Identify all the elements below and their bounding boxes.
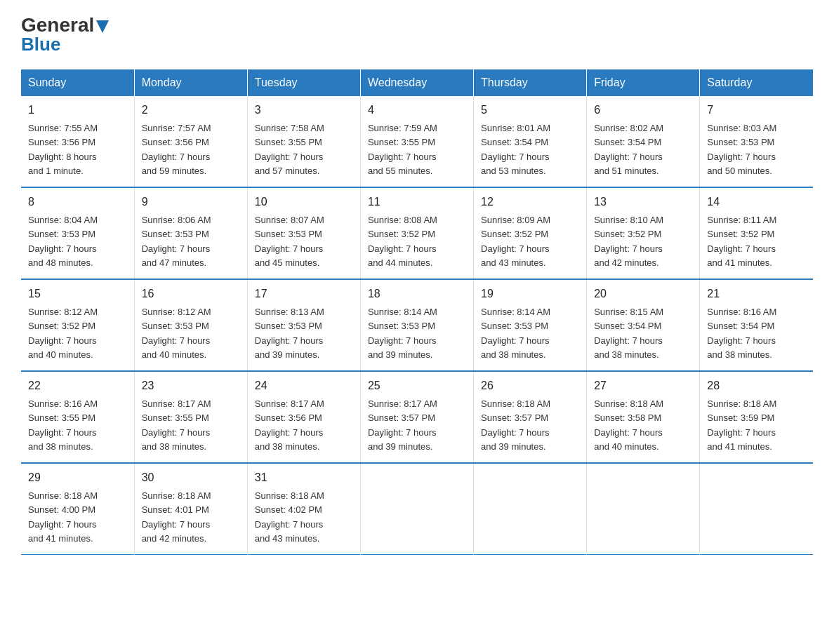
calendar-cell: 6 Sunrise: 8:02 AMSunset: 3:54 PMDayligh…	[587, 96, 700, 187]
calendar-cell: 4 Sunrise: 7:59 AMSunset: 3:55 PMDayligh…	[360, 96, 473, 187]
day-info: Sunrise: 8:01 AMSunset: 3:54 PMDaylight:…	[481, 123, 550, 176]
calendar-cell: 8 Sunrise: 8:04 AMSunset: 3:53 PMDayligh…	[21, 187, 134, 279]
day-info: Sunrise: 8:04 AMSunset: 3:53 PMDaylight:…	[28, 215, 98, 268]
day-number: 5	[481, 102, 579, 119]
day-info: Sunrise: 8:17 AMSunset: 3:56 PMDaylight:…	[255, 398, 324, 452]
logo: General Blue	[21, 14, 109, 55]
col-header-sunday: Sunday	[21, 69, 134, 96]
day-info: Sunrise: 8:11 AMSunset: 3:52 PMDaylight:…	[707, 215, 776, 268]
day-info: Sunrise: 7:57 AMSunset: 3:56 PMDaylight:…	[142, 123, 211, 176]
day-number: 16	[142, 286, 240, 302]
day-info: Sunrise: 8:16 AMSunset: 3:55 PMDaylight:…	[28, 398, 98, 452]
day-info: Sunrise: 8:18 AMSunset: 4:01 PMDaylight:…	[142, 490, 211, 544]
logo-triangle-icon	[96, 20, 109, 33]
calendar-cell: 3 Sunrise: 7:58 AMSunset: 3:55 PMDayligh…	[247, 96, 360, 187]
day-number: 2	[142, 102, 240, 119]
day-info: Sunrise: 8:14 AMSunset: 3:53 PMDaylight:…	[368, 307, 437, 360]
day-number: 29	[28, 469, 127, 486]
day-info: Sunrise: 8:17 AMSunset: 3:55 PMDaylight:…	[142, 398, 211, 452]
calendar-cell: 14 Sunrise: 8:11 AMSunset: 3:52 PMDaylig…	[700, 187, 813, 279]
day-info: Sunrise: 8:16 AMSunset: 3:54 PMDaylight:…	[707, 307, 776, 360]
day-info: Sunrise: 8:14 AMSunset: 3:53 PMDaylight:…	[481, 307, 550, 360]
day-number: 4	[368, 102, 466, 119]
day-number: 13	[594, 194, 692, 210]
day-info: Sunrise: 7:59 AMSunset: 3:55 PMDaylight:…	[368, 123, 437, 176]
calendar-cell: 17 Sunrise: 8:13 AMSunset: 3:53 PMDaylig…	[247, 279, 360, 371]
calendar-cell: 23 Sunrise: 8:17 AMSunset: 3:55 PMDaylig…	[134, 371, 247, 463]
day-number: 8	[28, 194, 127, 210]
calendar-cell: 16 Sunrise: 8:12 AMSunset: 3:53 PMDaylig…	[134, 279, 247, 371]
calendar-cell	[587, 463, 700, 555]
day-info: Sunrise: 7:58 AMSunset: 3:55 PMDaylight:…	[255, 123, 324, 176]
calendar-cell: 5 Sunrise: 8:01 AMSunset: 3:54 PMDayligh…	[474, 96, 587, 187]
calendar-week-row: 15 Sunrise: 8:12 AMSunset: 3:52 PMDaylig…	[21, 279, 813, 371]
calendar-cell: 2 Sunrise: 7:57 AMSunset: 3:56 PMDayligh…	[134, 96, 247, 187]
day-number: 6	[594, 102, 692, 119]
calendar-week-row: 22 Sunrise: 8:16 AMSunset: 3:55 PMDaylig…	[21, 371, 813, 463]
day-info: Sunrise: 8:13 AMSunset: 3:53 PMDaylight:…	[255, 307, 324, 360]
calendar-cell: 26 Sunrise: 8:18 AMSunset: 3:57 PMDaylig…	[474, 371, 587, 463]
calendar-cell: 24 Sunrise: 8:17 AMSunset: 3:56 PMDaylig…	[247, 371, 360, 463]
day-number: 9	[142, 194, 240, 210]
day-info: Sunrise: 8:17 AMSunset: 3:57 PMDaylight:…	[368, 398, 437, 452]
day-number: 14	[707, 194, 806, 210]
col-header-tuesday: Tuesday	[247, 69, 360, 96]
day-number: 25	[368, 377, 466, 394]
calendar-header-row: SundayMondayTuesdayWednesdayThursdayFrid…	[21, 69, 813, 96]
day-info: Sunrise: 8:02 AMSunset: 3:54 PMDaylight:…	[594, 123, 663, 176]
day-number: 26	[481, 377, 579, 394]
day-number: 30	[142, 469, 240, 486]
calendar-cell	[360, 463, 473, 555]
calendar-cell: 31 Sunrise: 8:18 AMSunset: 4:02 PMDaylig…	[247, 463, 360, 555]
day-info: Sunrise: 8:18 AMSunset: 3:59 PMDaylight:…	[707, 398, 776, 452]
calendar-cell: 25 Sunrise: 8:17 AMSunset: 3:57 PMDaylig…	[360, 371, 473, 463]
calendar-week-row: 8 Sunrise: 8:04 AMSunset: 3:53 PMDayligh…	[21, 187, 813, 279]
day-number: 17	[255, 286, 353, 302]
col-header-friday: Friday	[587, 69, 700, 96]
day-info: Sunrise: 8:07 AMSunset: 3:53 PMDaylight:…	[255, 215, 324, 268]
day-number: 27	[594, 377, 692, 394]
col-header-saturday: Saturday	[700, 69, 813, 96]
calendar-cell: 12 Sunrise: 8:09 AMSunset: 3:52 PMDaylig…	[474, 187, 587, 279]
day-info: Sunrise: 8:03 AMSunset: 3:53 PMDaylight:…	[707, 123, 776, 176]
calendar-cell: 13 Sunrise: 8:10 AMSunset: 3:52 PMDaylig…	[587, 187, 700, 279]
day-info: Sunrise: 8:18 AMSunset: 3:58 PMDaylight:…	[594, 398, 663, 452]
day-info: Sunrise: 8:09 AMSunset: 3:52 PMDaylight:…	[481, 215, 550, 268]
calendar-cell: 19 Sunrise: 8:14 AMSunset: 3:53 PMDaylig…	[474, 279, 587, 371]
day-info: Sunrise: 8:18 AMSunset: 4:00 PMDaylight:…	[28, 490, 98, 544]
col-header-monday: Monday	[134, 69, 247, 96]
calendar-week-row: 29 Sunrise: 8:18 AMSunset: 4:00 PMDaylig…	[21, 463, 813, 555]
day-info: Sunrise: 8:06 AMSunset: 3:53 PMDaylight:…	[142, 215, 211, 268]
col-header-wednesday: Wednesday	[360, 69, 473, 96]
day-number: 20	[594, 286, 692, 302]
calendar-cell: 1 Sunrise: 7:55 AMSunset: 3:56 PMDayligh…	[21, 96, 134, 187]
day-number: 31	[255, 469, 353, 486]
calendar-cell: 10 Sunrise: 8:07 AMSunset: 3:53 PMDaylig…	[247, 187, 360, 279]
day-number: 1	[28, 102, 127, 119]
calendar-cell	[474, 463, 587, 555]
day-number: 10	[255, 194, 353, 210]
day-number: 24	[255, 377, 353, 394]
calendar-cell: 9 Sunrise: 8:06 AMSunset: 3:53 PMDayligh…	[134, 187, 247, 279]
calendar-week-row: 1 Sunrise: 7:55 AMSunset: 3:56 PMDayligh…	[21, 96, 813, 187]
calendar-cell: 27 Sunrise: 8:18 AMSunset: 3:58 PMDaylig…	[587, 371, 700, 463]
day-info: Sunrise: 7:55 AMSunset: 3:56 PMDaylight:…	[28, 123, 98, 176]
day-info: Sunrise: 8:18 AMSunset: 4:02 PMDaylight:…	[255, 490, 324, 544]
calendar-table: SundayMondayTuesdayWednesdayThursdayFrid…	[21, 69, 813, 555]
calendar-cell: 30 Sunrise: 8:18 AMSunset: 4:01 PMDaylig…	[134, 463, 247, 555]
day-number: 28	[707, 377, 806, 394]
day-info: Sunrise: 8:12 AMSunset: 3:52 PMDaylight:…	[28, 307, 98, 360]
day-info: Sunrise: 8:12 AMSunset: 3:53 PMDaylight:…	[142, 307, 211, 360]
col-header-thursday: Thursday	[474, 69, 587, 96]
day-info: Sunrise: 8:15 AMSunset: 3:54 PMDaylight:…	[594, 307, 663, 360]
calendar-cell: 20 Sunrise: 8:15 AMSunset: 3:54 PMDaylig…	[587, 279, 700, 371]
day-number: 18	[368, 286, 466, 302]
day-number: 12	[481, 194, 579, 210]
day-number: 15	[28, 286, 127, 302]
day-info: Sunrise: 8:10 AMSunset: 3:52 PMDaylight:…	[594, 215, 663, 268]
day-info: Sunrise: 8:08 AMSunset: 3:52 PMDaylight:…	[368, 215, 437, 268]
day-number: 19	[481, 286, 579, 302]
day-number: 22	[28, 377, 127, 394]
calendar-cell	[700, 463, 813, 555]
calendar-cell: 18 Sunrise: 8:14 AMSunset: 3:53 PMDaylig…	[360, 279, 473, 371]
